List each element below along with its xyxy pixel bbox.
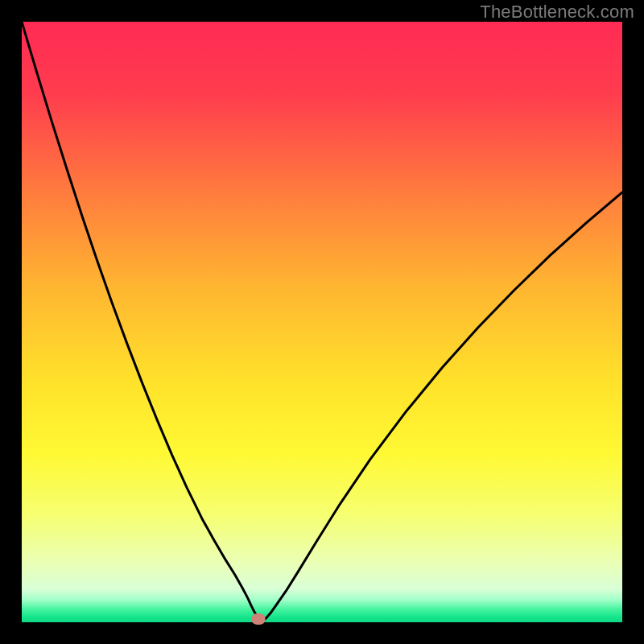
svg-rect-0 <box>22 22 622 622</box>
plot-frame <box>22 22 622 622</box>
optimal-point-marker <box>251 613 265 625</box>
watermark-text: TheBottleneck.com <box>480 2 634 23</box>
chart-root: TheBottleneck.com <box>0 0 644 644</box>
plot-gradient-bg <box>22 22 622 622</box>
